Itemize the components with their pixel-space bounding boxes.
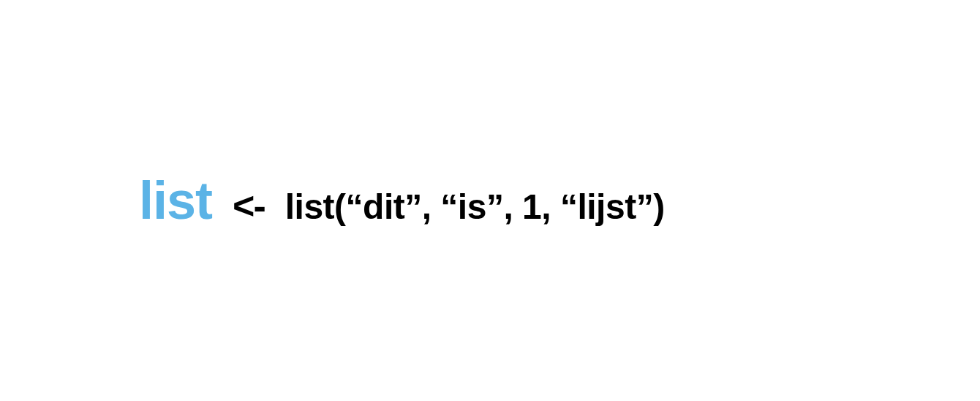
code-assignment-line: list <- list(“dit”, “is”, 1, “lijst”) xyxy=(139,170,665,231)
list-expression: list(“dit”, “is”, 1, “lijst”) xyxy=(285,187,665,227)
assignment-operator: <- xyxy=(233,184,265,228)
variable-name: list xyxy=(139,170,212,231)
